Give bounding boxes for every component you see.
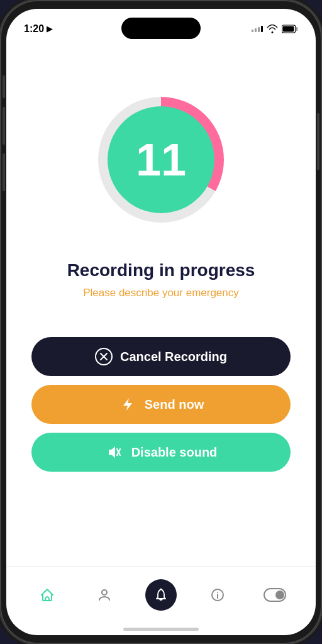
timer-ring: 11 <box>98 97 224 223</box>
lightning-icon <box>118 395 137 414</box>
cancel-recording-label: Cancel Recording <box>120 350 227 364</box>
nav-profile[interactable] <box>89 579 120 611</box>
buttons-container: Cancel Recording Send now <box>31 337 291 472</box>
svg-rect-1 <box>296 27 298 31</box>
toggle-icon <box>264 588 286 602</box>
nav-alert[interactable] <box>145 579 177 611</box>
disable-sound-label: Disable sound <box>131 445 218 460</box>
info-icon <box>210 587 225 602</box>
main-content: 11 Recording in progress Please describe… <box>6 65 316 566</box>
wifi-icon <box>267 25 278 33</box>
volume-up-button[interactable] <box>3 107 5 145</box>
battery-icon <box>282 25 298 33</box>
timer-number: 11 <box>136 137 186 182</box>
timer-container: 11 <box>98 97 224 223</box>
svg-point-8 <box>160 588 162 590</box>
svg-point-13 <box>275 591 284 599</box>
mute-icon <box>105 443 124 462</box>
dynamic-island <box>121 18 201 39</box>
home-indicator <box>6 623 316 635</box>
bell-icon <box>153 587 169 602</box>
cancel-recording-button[interactable]: Cancel Recording <box>31 337 291 376</box>
time-display: 1:20 <box>24 23 44 35</box>
disable-sound-button[interactable]: Disable sound <box>31 433 291 472</box>
mute-button[interactable] <box>3 75 5 98</box>
svg-rect-2 <box>283 26 294 32</box>
location-icon: ▶ <box>47 25 52 33</box>
send-now-button[interactable]: Send now <box>31 385 291 424</box>
phone-frame: 1:20 ▶ <box>0 0 322 644</box>
nav-toggle[interactable] <box>259 579 291 611</box>
nav-home[interactable] <box>31 579 63 611</box>
power-button[interactable] <box>317 113 319 170</box>
home-indicator-bar <box>123 628 199 631</box>
phone-screen: 1:20 ▶ <box>6 9 316 635</box>
svg-point-11 <box>217 592 218 593</box>
timer-inner-circle: 11 <box>108 106 214 213</box>
nav-info[interactable] <box>202 579 233 611</box>
send-now-label: Send now <box>145 397 204 412</box>
signal-icon <box>252 26 263 32</box>
status-icons <box>252 25 298 33</box>
svg-point-7 <box>102 590 107 595</box>
status-time: 1:20 ▶ <box>24 23 52 35</box>
volume-down-button[interactable] <box>3 153 5 191</box>
profile-icon <box>97 587 112 602</box>
cancel-icon <box>95 348 113 365</box>
recording-title: Recording in progress <box>67 260 255 280</box>
home-icon <box>40 587 55 602</box>
bottom-nav <box>6 566 316 623</box>
recording-subtitle: Please describe your emergency <box>83 287 239 299</box>
